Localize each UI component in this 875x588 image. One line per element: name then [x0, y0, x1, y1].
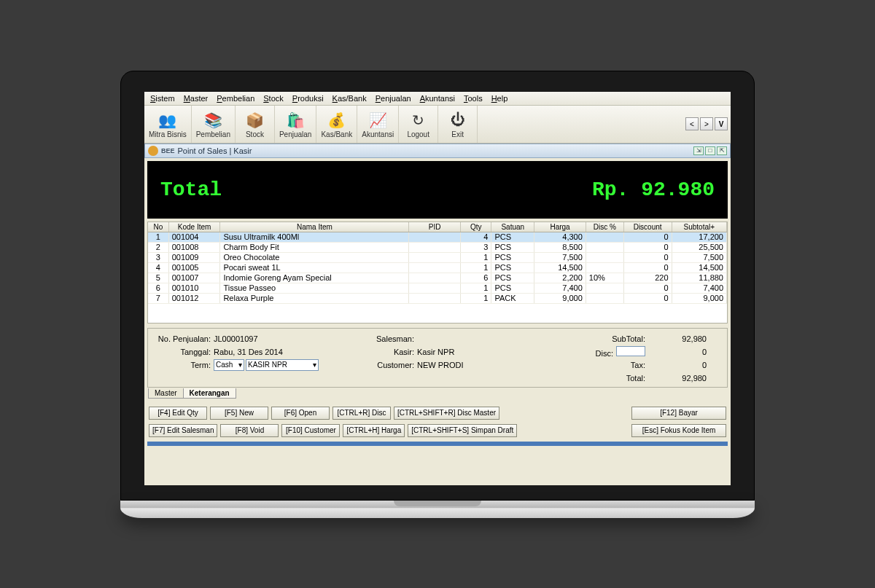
toolbar-mitrabisnis[interactable]: 👥Mitra Bisnis [144, 106, 192, 143]
tanggal-label: Tanggal: [154, 348, 214, 356]
shortcut-ctrlrdisc[interactable]: [CTRL+R] Disc [332, 407, 391, 420]
menu-akuntansi[interactable]: Akuntansi [417, 93, 458, 103]
toolbar-akuntansi[interactable]: 📈Akuntansi [357, 106, 399, 143]
table-row[interactable]: 7001012Relaxa Purple1PACK9,00009,000 [148, 293, 727, 303]
menu-penjualan[interactable]: Penjualan [373, 93, 414, 103]
nav-v-button[interactable]: V [715, 117, 728, 130]
col-harga[interactable]: Harga [534, 222, 586, 232]
tanggal-value: Rabu, 31 Des 2014 [214, 348, 283, 356]
info-tabs: Master Keterangan [148, 388, 236, 399]
menu-master[interactable]: Master [181, 93, 211, 103]
shortcut-ctrlshiftrdiscmaster[interactable]: [CTRL+SHIFT+R] Disc Master [394, 407, 499, 420]
toolbar-pembelian[interactable]: 📚Pembelian [192, 106, 236, 143]
menu-tools[interactable]: Tools [461, 93, 486, 103]
screen-bezel: SistemMasterPembelianStockProduksiKas/Ba… [120, 71, 755, 501]
menubar: SistemMasterPembelianStockProduksiKas/Ba… [144, 92, 731, 106]
menu-produksi[interactable]: Produksi [289, 93, 327, 103]
col-no[interactable]: No [148, 222, 168, 232]
toolbar-penjualan[interactable]: 🛍️Penjualan [275, 106, 316, 143]
window-maximize-icon[interactable]: □ [705, 146, 715, 155]
tab-master[interactable]: Master [148, 388, 184, 399]
col-discount[interactable]: Discount [623, 222, 672, 232]
toolbar-logout[interactable]: ↻Logout [399, 106, 438, 143]
grand-total-value: 92,980 [648, 374, 707, 383]
shortcut-f6open[interactable]: [F6] Open [271, 407, 330, 420]
app-screen: SistemMasterPembelianStockProduksiKas/Ba… [144, 92, 731, 485]
disc-input[interactable] [616, 346, 645, 356]
window-close-icon[interactable]: ⇱ [717, 146, 727, 155]
shortcut-escfokuskodeitem[interactable]: [Esc] Fokus Kode Item [631, 424, 726, 437]
col-qty[interactable]: Qty [461, 222, 491, 232]
logout-icon: ↻ [408, 110, 429, 130]
tax-value: 0 [648, 361, 707, 369]
content-area: Total Rp. 92.980 NoKode ItemNama ItemPID… [144, 158, 731, 449]
col-kodeitem[interactable]: Kode Item [168, 222, 220, 232]
subtotal-value: 92,980 [648, 334, 707, 343]
stock-icon: 📦 [244, 110, 265, 130]
menu-sistem[interactable]: Sistem [147, 93, 178, 103]
shortcut-f7editsalesman[interactable]: [F7] Edit Salesman [149, 424, 217, 437]
col-namaitem[interactable]: Nama Item [220, 222, 409, 232]
shortcut-ctrlhharga[interactable]: [CTRL+H] Harga [343, 424, 405, 437]
tax-label: Tax: [561, 361, 648, 369]
pembelian-icon: 📚 [203, 110, 223, 130]
total-display: Total Rp. 92.980 [147, 161, 728, 219]
toolbar-kasbank[interactable]: 💰Kas/Bank [316, 106, 357, 143]
nav-next-button[interactable]: > [700, 117, 713, 130]
total-label: Total [160, 179, 222, 201]
laptop-frame: SistemMasterPembelianStockProduksiKas/Ba… [120, 71, 755, 518]
table-row[interactable]: 5001007Indomie Goreng Ayam Special6PCS2,… [148, 273, 727, 283]
kasir-label: Kasir: [357, 348, 417, 356]
term-select-1[interactable]: Cash▾ [214, 359, 244, 371]
kasir-value: Kasir NPR [417, 348, 454, 356]
customer-value: NEW PRODI [417, 361, 464, 369]
menu-stock[interactable]: Stock [260, 93, 287, 103]
window-controls: ⇲ □ ⇱ [693, 146, 727, 155]
tab-keterangan[interactable]: Keterangan [183, 388, 236, 399]
shortcut-ctrlshiftssimpandraft[interactable]: [CTRL+SHIFT+S] Simpan Draft [408, 424, 517, 437]
items-grid[interactable]: NoKode ItemNama ItemPIDQtySatuanHargaDis… [147, 222, 728, 324]
shortcut-row-1: [F4] Edit Qty[F5] New[F6] Open[CTRL+R] D… [147, 405, 728, 421]
shortcut-f10customer[interactable]: [F10] Customer [281, 424, 340, 437]
col-subtotal[interactable]: Subtotal+ [672, 222, 726, 232]
menu-kas/bank[interactable]: Kas/Bank [330, 93, 370, 103]
window-restore-icon[interactable]: ⇲ [693, 146, 704, 155]
shortcut-row-2: [F7] Edit Salesman[F8] Void[F10] Custome… [147, 423, 728, 439]
menu-help[interactable]: Help [489, 93, 511, 103]
toolbar-exit[interactable]: ⏻Exit [438, 106, 478, 143]
menu-pembelian[interactable]: Pembelian [214, 93, 257, 103]
shortcut-f8void[interactable]: [F8] Void [220, 424, 279, 437]
shortcut-f5new[interactable]: [F5] New [210, 407, 268, 420]
term-label: Term: [154, 361, 214, 369]
shortcut-f12bayar[interactable]: [F12] Bayar [631, 407, 726, 420]
table-row[interactable]: 6001010Tissue Passeo1PCS7,40007,400 [148, 283, 727, 293]
mitrabisnis-icon: 👥 [158, 110, 178, 130]
table-row[interactable]: 2001008Charm Body Fit3PCS8,500025,500 [148, 242, 727, 252]
table-row[interactable]: 1001004Susu Ultramilk 400Ml4PCS4,300017,… [148, 232, 727, 242]
customer-label: Customer: [357, 361, 417, 369]
window-titlebar: BEE Point of Sales | Kasir ⇲ □ ⇱ [144, 144, 731, 158]
shortcut-f4editqty[interactable]: [F4] Edit Qty [149, 407, 207, 420]
penjualan-icon: 🛍️ [285, 110, 306, 130]
laptop-base [120, 501, 755, 518]
term-select-2[interactable]: KASIR NPR▾ [246, 359, 319, 371]
toolbar-stock[interactable]: 📦Stock [236, 106, 275, 143]
nav-prev-button[interactable]: < [685, 117, 699, 130]
col-pid[interactable]: PID [409, 222, 461, 232]
no-penjualan-label: No. Penjualan: [154, 334, 214, 343]
table-row[interactable]: 3001009Oreo Chocolate1PCS7,50007,500 [148, 252, 727, 262]
kasbank-icon: 💰 [327, 110, 347, 130]
col-disc[interactable]: Disc % [586, 222, 623, 232]
info-panel: No. Penjualan:JL00001097 Tanggal:Rabu, 3… [147, 328, 728, 388]
disc-label: Disc: [561, 346, 648, 358]
status-strip [147, 442, 728, 446]
col-satuan[interactable]: Satuan [491, 222, 534, 232]
no-penjualan-value: JL00001097 [214, 334, 258, 343]
toolbar-right: < > V [685, 106, 731, 143]
total-value: Rp. 92.980 [592, 179, 715, 201]
app-icon [148, 146, 158, 156]
table-row[interactable]: 4001005Pocari sweat 1L1PCS14,500014,500 [148, 262, 727, 273]
salesman-label: Salesman: [357, 334, 417, 343]
akuntansi-icon: 📈 [368, 110, 388, 130]
window-title: Point of Sales | Kasir [178, 146, 252, 155]
